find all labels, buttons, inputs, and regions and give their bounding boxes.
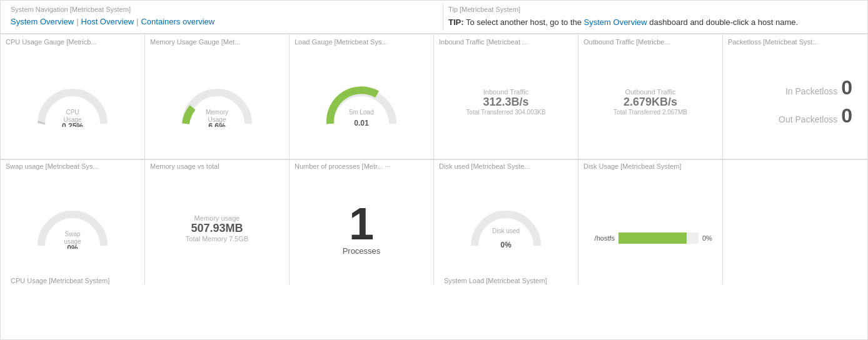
nav-sep-2: | [136, 17, 138, 26]
disk-gauge-svg: Disk used 0% [462, 199, 550, 249]
mem-total-sub: Total Memory 7.5GB [186, 235, 248, 242]
disk-bar-wrap: /hostfs 0% [583, 211, 717, 246]
panel-disk-bar-content: /hostfs 0% [583, 172, 717, 284]
panel-load-gauge: Load Gauge [Metricbeat Sys... 5m Load 0.… [290, 34, 434, 159]
swap-gauge: Swap usage 0% [29, 199, 116, 249]
cpu-gauge-fill [41, 122, 42, 124]
panel-packetloss-content: In Packetloss 0 Out Packetloss 0 [728, 48, 862, 155]
processes-number: 1 [349, 201, 374, 246]
panel-memory-gauge-content: Memory Usage 6.6% [150, 48, 284, 155]
panel-load-gauge-title: Load Gauge [Metricbeat Sys... [295, 38, 428, 46]
bottom-panels-grid: Swap usage [Metricbeat Sys... Swap usage… [1, 159, 867, 284]
panel-mem-total-content: Memory usage 507.93MB Total Memory 7.5GB [150, 172, 284, 284]
panel-inbound-traffic-content: Inbound Traffic 312.3B/s Total Transferr… [439, 48, 573, 155]
system-navigation: System Navigation [Metricbeat System] Sy… [6, 3, 443, 31]
tip-text: TIP: To select another host, go to the S… [448, 17, 857, 28]
memory-gauge: Memory Usage 6.6% [173, 77, 261, 127]
tip-panel: Tip [Metricbeat System] TIP: To select a… [443, 3, 862, 31]
load-gauge-value: 0.01 [354, 119, 369, 127]
panel-disk-bar-title: Disk Usage [Metricbeat System] [583, 162, 717, 170]
in-packetloss-value: 0 [841, 76, 852, 99]
panel-disk-bar: Disk Usage [Metricbeat System] /hostfs 0… [578, 159, 723, 284]
swap-gauge-value: 0% [67, 244, 78, 249]
mem-total-data: Memory usage 507.93MB Total Memory 7.5GB [186, 214, 248, 242]
panel-swap-gauge-title: Swap usage [Metricbeat Sys... [6, 162, 139, 170]
outbound-traffic-data: Outbound Traffic 2.679KB/s Total Transfe… [613, 88, 687, 116]
nav-sep-1: | [76, 17, 78, 26]
swap-gauge-svg: Swap usage 0% [29, 199, 116, 249]
out-packetloss-value: 0 [841, 104, 852, 128]
dashboard: System Navigation [Metricbeat System] Sy… [0, 0, 868, 340]
panel-swap-gauge-content: Swap usage 0% [6, 172, 139, 274]
inbound-traffic-value: 312.3B/s [466, 96, 545, 109]
in-packetloss-label: In Packetloss [785, 86, 837, 96]
cpu-gauge-svg: CPU Usage 0.25% [29, 77, 116, 127]
panel-system-load-footer-title: System Load [Metricbeat System] [439, 274, 573, 284]
panel-swap-gauge: Swap usage [Metricbeat Sys... Swap usage… [1, 159, 145, 284]
top-panels-grid: CPU Usage Gauge [Metricb... CPU Usage 0.… [1, 34, 867, 159]
disk-bar-label: /hostfs [583, 234, 615, 242]
load-gauge: 5m Load 0.01 [318, 77, 405, 127]
panel-packetloss-title: Packetloss [Metricbeat Syst... [728, 38, 862, 46]
disk-bar-track [618, 232, 699, 244]
outbound-traffic-value: 2.679KB/s [613, 96, 687, 109]
panel-outbound-traffic: Outbound Traffic [Metricbe... Outbound T… [578, 34, 723, 159]
panel-disk-gauge-title: Disk used [Metricbeat Syste... [439, 162, 573, 170]
nav-bar: System Navigation [Metricbeat System] Sy… [1, 1, 867, 34]
inbound-traffic-sub: Total Transferred 304.003KB [466, 109, 545, 116]
inbound-traffic-label: Inbound Traffic [466, 88, 545, 96]
panel-mem-total-title: Memory usage vs total [150, 162, 284, 170]
packetloss-data: In Packetloss 0 Out Packetloss 0 [728, 76, 862, 128]
nav-links: System Overview | Host Overview | Contai… [11, 17, 438, 26]
cpu-gauge: CPU Usage 0.25% [29, 77, 116, 127]
disk-bar-row: /hostfs 0% [583, 232, 717, 244]
mem-total-value: 507.93MB [186, 222, 248, 235]
panel-processes: Number of processes [Metr... ··· 1 Proce… [290, 159, 434, 284]
panel-cpu-gauge-content: CPU Usage 0.25% [6, 48, 139, 155]
inbound-traffic-data: Inbound Traffic 312.3B/s Total Transferr… [466, 88, 545, 116]
tip-suffix: dashboard and double-click a host name. [649, 18, 798, 27]
in-packetloss-row: In Packetloss 0 [728, 76, 852, 99]
panel-cpu-gauge: CPU Usage Gauge [Metricb... CPU Usage 0.… [1, 34, 145, 159]
tip-body: To select another host, go to the [466, 18, 584, 27]
panel-cpu-gauge-title: CPU Usage Gauge [Metricb... [6, 38, 139, 46]
mem-gauge-value: 6.6% [208, 122, 226, 127]
cpu-gauge-value: 0.25% [62, 122, 83, 127]
nav-link-host-overview[interactable]: Host Overview [81, 17, 134, 26]
outbound-traffic-label: Outbound Traffic [613, 88, 687, 96]
panel-empty [723, 159, 867, 284]
panel-memory-gauge: Memory Usage Gauge [Met... Memory Usage … [145, 34, 290, 159]
panel-disk-gauge-content: Disk used 0% [439, 172, 573, 274]
load-gauge-svg: 5m Load 0.01 [318, 77, 405, 127]
panel-mem-total: Memory usage vs total Memory usage 507.9… [145, 159, 290, 284]
mem-total-label: Memory usage [186, 214, 248, 222]
panel-outbound-traffic-title: Outbound Traffic [Metricbe... [583, 38, 717, 46]
panel-processes-title: Number of processes [Metr... ··· [295, 162, 428, 170]
out-packetloss-row: Out Packetloss 0 [728, 104, 852, 128]
panel-disk-gauge: Disk used [Metricbeat Syste... Disk used… [434, 159, 578, 284]
panel-memory-gauge-title: Memory Usage Gauge [Met... [150, 38, 284, 46]
panel-inbound-traffic-title: Inbound Traffic [Metricbeat ... [439, 38, 573, 46]
disk-gauge: Disk used 0% [462, 199, 550, 249]
swap-gauge-label1: Swap [64, 231, 80, 238]
disk-bar-fill [618, 232, 687, 244]
tip-link[interactable]: System Overview [584, 18, 647, 27]
processes-label: Processes [343, 246, 381, 256]
tip-prefix: TIP: [448, 18, 464, 27]
nav-link-system-overview[interactable]: System Overview [11, 17, 74, 26]
panel-cpu-usage-footer-title: CPU Usage [Metricbeat System] [6, 274, 139, 284]
panel-load-gauge-content: 5m Load 0.01 [295, 48, 428, 155]
nav-link-containers-overview[interactable]: Containers overview [141, 17, 214, 26]
disk-gauge-value: 0% [500, 241, 512, 249]
nav-left-title: System Navigation [Metricbeat System] [11, 6, 438, 13]
tip-title: Tip [Metricbeat System] [448, 6, 857, 13]
panel-packetloss: Packetloss [Metricbeat Syst... In Packet… [723, 34, 867, 159]
disk-gauge-label1: Disk used [492, 228, 520, 234]
mem-gauge-label1: Memory [206, 109, 228, 116]
cpu-gauge-label1: CPU [66, 109, 79, 116]
panel-outbound-traffic-content: Outbound Traffic 2.679KB/s Total Transfe… [583, 48, 717, 155]
panel-processes-content: 1 Processes [295, 172, 428, 284]
panel-inbound-traffic: Inbound Traffic [Metricbeat ... Inbound … [434, 34, 578, 159]
disk-bar-pct: 0% [702, 234, 717, 242]
load-gauge-label1: 5m Load [350, 109, 374, 116]
